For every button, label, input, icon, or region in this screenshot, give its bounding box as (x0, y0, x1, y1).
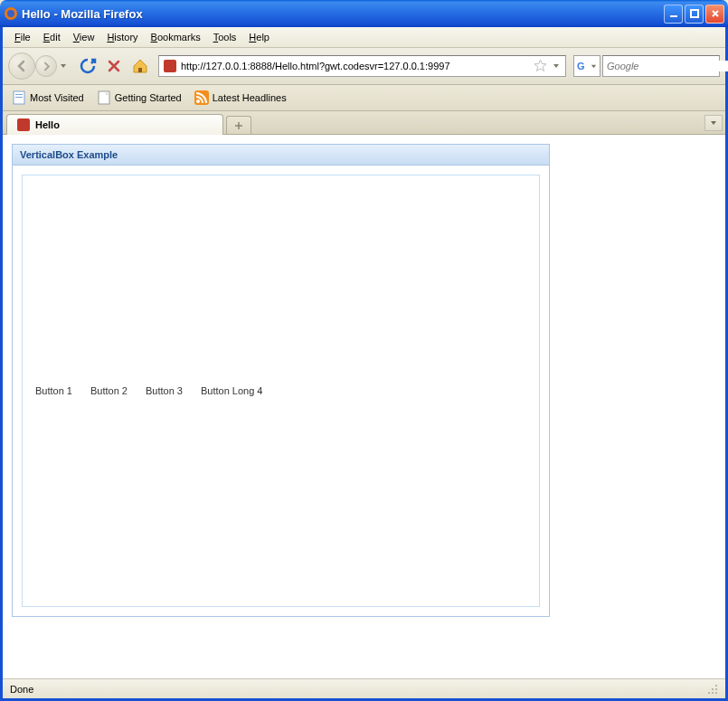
page-icon (97, 90, 111, 105)
verticalbox-panel: VerticalBox Example Button 1 Button 2 Bu… (12, 144, 550, 617)
site-favicon (163, 59, 177, 73)
navigation-toolbar: G (3, 48, 725, 85)
rss-icon (194, 90, 209, 105)
menu-help[interactable]: Help (242, 30, 276, 44)
button-1[interactable]: Button 1 (35, 385, 72, 396)
maximize-button[interactable] (685, 5, 704, 24)
forward-button[interactable] (35, 55, 57, 77)
url-dropdown[interactable] (551, 61, 562, 71)
bookmarks-toolbar: Most Visited Getting Started Latest Head… (3, 85, 725, 111)
bookmark-label: Most Visited (30, 92, 84, 103)
panel-title: VerticalBox Example (13, 145, 549, 166)
svg-point-16 (712, 688, 714, 690)
tab-hello[interactable]: Hello (6, 114, 223, 135)
tab-bar: Hello (3, 111, 725, 135)
bookmark-most-visited[interactable]: Most Visited (8, 89, 88, 107)
window-controls (664, 5, 724, 24)
nav-history-dropdown[interactable] (57, 53, 70, 79)
svg-rect-3 (691, 10, 698, 17)
svg-rect-11 (99, 91, 109, 104)
svg-point-19 (712, 692, 714, 694)
menu-bar: File Edit View History Bookmarks Tools H… (3, 27, 725, 48)
menu-view[interactable]: View (67, 30, 101, 44)
svg-point-13 (196, 99, 200, 103)
button-long-4[interactable]: Button Long 4 (201, 385, 263, 396)
stop-button[interactable] (106, 58, 122, 74)
menu-edit[interactable]: Edit (37, 30, 67, 44)
window-title: Hello - Mozilla Firefox (22, 7, 664, 21)
menu-history[interactable]: History (100, 30, 144, 44)
search-engine-selector[interactable]: G (573, 55, 600, 77)
page-content: VerticalBox Example Button 1 Button 2 Bu… (3, 135, 725, 678)
svg-point-15 (715, 685, 717, 687)
status-bar: Done (3, 678, 725, 698)
status-text: Done (10, 684, 33, 695)
firefox-icon (4, 6, 18, 21)
reload-button[interactable] (79, 57, 97, 75)
bookmark-label: Getting Started (115, 92, 182, 103)
tab-label: Hello (35, 119, 60, 130)
bookmark-latest-headlines[interactable]: Latest Headlines (191, 89, 290, 107)
tab-favicon (16, 118, 31, 132)
bookmark-star-icon[interactable] (534, 59, 547, 74)
svg-point-1 (7, 10, 14, 17)
window-titlebar: Hello - Mozilla Firefox (0, 0, 728, 27)
menu-file[interactable]: File (8, 30, 37, 44)
svg-rect-14 (17, 118, 30, 131)
button-2[interactable]: Button 2 (90, 385, 128, 396)
menu-bookmarks[interactable]: Bookmarks (145, 30, 207, 44)
close-button[interactable] (705, 5, 724, 24)
resize-grip[interactable] (705, 682, 718, 696)
home-button[interactable] (131, 57, 149, 75)
page-icon (12, 90, 26, 105)
minimize-button[interactable] (664, 5, 683, 24)
svg-point-18 (708, 692, 710, 694)
bookmark-getting-started[interactable]: Getting Started (93, 89, 185, 107)
panel-body: Button 1 Button 2 Button 3 Button Long 4 (22, 175, 540, 607)
svg-rect-2 (670, 15, 677, 17)
svg-point-20 (715, 692, 717, 694)
button-3[interactable]: Button 3 (146, 385, 183, 396)
bookmark-label: Latest Headlines (213, 92, 287, 103)
tab-list-dropdown[interactable] (704, 115, 723, 131)
svg-text:G: G (577, 61, 585, 71)
svg-rect-9 (15, 94, 23, 95)
svg-rect-5 (164, 60, 176, 72)
menu-tools[interactable]: Tools (207, 30, 243, 44)
svg-point-17 (715, 688, 717, 690)
back-button[interactable] (8, 52, 35, 80)
new-tab-button[interactable] (226, 116, 251, 134)
url-bar[interactable] (158, 55, 566, 77)
url-input[interactable] (181, 61, 530, 71)
svg-rect-4 (138, 68, 142, 72)
search-input[interactable] (603, 61, 728, 71)
search-box[interactable] (602, 55, 720, 77)
svg-rect-10 (15, 97, 23, 98)
